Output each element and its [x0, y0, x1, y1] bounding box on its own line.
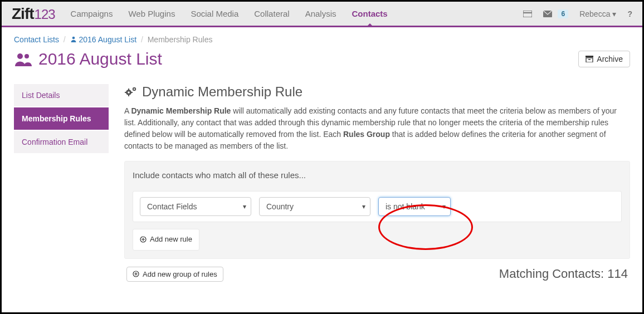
user-name: Rebecca — [579, 9, 610, 18]
operator-select[interactable]: is not blank — [378, 197, 451, 216]
plus-circle-icon — [140, 236, 147, 243]
svg-point-3 — [72, 37, 75, 40]
rule-row: Contact Fields Country is not blank — [133, 191, 622, 222]
nav-item-web-plugins[interactable]: Web Plugins — [128, 2, 175, 25]
mail-badge[interactable]: 6 — [558, 9, 568, 18]
svg-rect-1 — [523, 12, 532, 13]
nav-item-contacts[interactable]: Contacts — [352, 2, 388, 25]
caret-down-icon: ▾ — [612, 9, 616, 18]
side-tabs: List Details Membership Rules Confirmati… — [14, 84, 109, 282]
logo[interactable]: Zift 123 — [12, 5, 55, 23]
archive-icon — [586, 56, 593, 62]
desc-bold-2: Rules Group — [343, 130, 390, 139]
archive-button[interactable]: Archive — [578, 51, 630, 67]
nav-items: Campaigns Web Plugins Social Media Colla… — [71, 2, 524, 25]
user-icon — [70, 36, 77, 42]
field-select-value: Contact Fields — [147, 202, 197, 211]
breadcrumb-current: Membership Rules — [148, 35, 213, 44]
svg-rect-14 — [131, 92, 133, 93]
add-group-label: Add new group of rules — [143, 270, 217, 278]
match-count-value: 114 — [607, 267, 628, 281]
svg-rect-6 — [586, 56, 593, 57]
users-icon — [14, 51, 33, 67]
desc-pre: A — [124, 106, 131, 115]
topbar-right: 6 Rebecca ▾ ? — [523, 9, 632, 18]
attribute-select-value: Country — [266, 202, 294, 211]
matching-contacts: Matching Contacts: 114 — [499, 267, 628, 281]
logo-suffix: 123 — [35, 7, 55, 22]
field-select[interactable]: Contact Fields — [140, 197, 251, 216]
main-panel: Dynamic Membership Rule A Dynamic Member… — [124, 84, 630, 282]
nav-item-social-media[interactable]: Social Media — [191, 2, 238, 25]
nav-item-campaigns[interactable]: Campaigns — [71, 2, 113, 25]
gears-icon — [124, 86, 138, 98]
breadcrumb-sep-2: / — [141, 35, 143, 44]
plus-circle-icon-2 — [133, 271, 139, 277]
svg-point-5 — [25, 54, 29, 58]
svg-rect-0 — [523, 11, 532, 17]
nav-item-collateral[interactable]: Collateral — [254, 2, 289, 25]
desc-bold-1: Dynamic Membership Rule — [131, 106, 231, 115]
mail-icon[interactable] — [543, 11, 552, 17]
archive-label: Archive — [597, 55, 623, 63]
add-rule-label: Add new rule — [150, 235, 192, 243]
page-title: 2016 August List — [14, 50, 162, 68]
user-menu[interactable]: Rebecca ▾ — [579, 9, 616, 18]
breadcrumb-list[interactable]: 2016 August List — [70, 35, 139, 44]
svg-rect-13 — [125, 92, 126, 93]
tab-confirmation-email[interactable]: Confirmation Email — [14, 131, 109, 153]
nav-item-analysis[interactable]: Analysis — [305, 2, 336, 25]
section-description: A Dynamic Membership Rule will automatic… — [124, 105, 630, 152]
page-header: 2016 August List Archive — [2, 47, 642, 84]
tab-membership-rules[interactable]: Membership Rules — [14, 107, 109, 130]
attribute-select[interactable]: Country — [259, 197, 370, 216]
operator-select-value: is not blank — [386, 202, 425, 211]
svg-point-16 — [134, 89, 135, 90]
svg-point-10 — [128, 91, 130, 94]
svg-point-4 — [17, 53, 23, 59]
breadcrumb-sep: / — [64, 35, 66, 44]
add-rule-block: Add new rule — [133, 229, 199, 251]
breadcrumb-root[interactable]: Contact Lists — [14, 35, 59, 44]
top-navbar: Zift 123 Campaigns Web Plugins Social Me… — [2, 2, 642, 27]
page-title-text: 2016 August List — [38, 50, 162, 68]
rules-panel: Include contacts who match all of these … — [124, 161, 630, 259]
tab-list-details[interactable]: List Details — [14, 84, 109, 106]
rules-heading: Include contacts who match all of these … — [133, 170, 622, 180]
breadcrumb: Contact Lists / 2016 August List / Membe… — [2, 27, 642, 47]
svg-rect-8 — [588, 59, 591, 60]
add-rule-button[interactable]: Add new rule — [140, 235, 192, 243]
footer-row: Add new group of rules Matching Contacts… — [124, 259, 630, 282]
svg-rect-7 — [586, 58, 593, 62]
add-group-button[interactable]: Add new group of rules — [126, 267, 223, 282]
credit-card-icon[interactable] — [523, 11, 532, 17]
svg-rect-11 — [128, 89, 129, 90]
svg-rect-12 — [128, 95, 129, 96]
content-columns: List Details Membership Rules Confirmati… — [2, 84, 642, 282]
section-title-text: Dynamic Membership Rule — [142, 84, 303, 100]
help-icon[interactable]: ? — [627, 9, 632, 18]
breadcrumb-list-label: 2016 August List — [79, 35, 137, 44]
section-title: Dynamic Membership Rule — [124, 84, 630, 100]
match-label: Matching Contacts: — [499, 267, 607, 281]
logo-prefix: Zift — [12, 5, 34, 23]
